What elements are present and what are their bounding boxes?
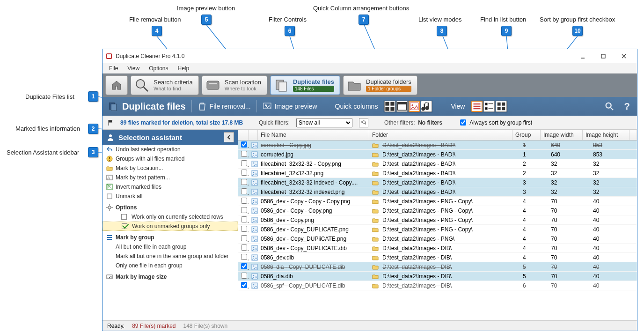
cell-folder: D:\test_data2\Images - DIB\ <box>369 282 520 289</box>
qc-grid-icon[interactable] <box>384 101 395 112</box>
cell-height: 40 <box>590 273 637 280</box>
col-folder[interactable]: Folder <box>369 130 512 140</box>
table-row[interactable]: 0586_dev - Copy_DUPLICATE.pngD:\test_dat… <box>238 225 637 234</box>
table-row[interactable]: corrupted - Copy.jpgD:\test_data2\Images… <box>238 141 637 150</box>
flag-icon <box>107 119 114 126</box>
row-checkbox[interactable] <box>241 235 247 241</box>
cell-folder: D:\test_data2\Images - BAD!\ <box>369 189 520 195</box>
row-checkbox[interactable] <box>241 282 247 288</box>
view-list-icon[interactable] <box>471 101 483 112</box>
col-group[interactable]: Group <box>512 130 541 140</box>
view-tiles-icon[interactable] <box>496 101 507 112</box>
row-checkbox[interactable] <box>241 151 247 157</box>
row-checkbox[interactable] <box>241 179 247 185</box>
svg-rect-37 <box>485 103 487 105</box>
table-row[interactable]: 0586_dev - Copy_DUPiiCATE.pngD:\test_dat… <box>238 234 637 244</box>
imgsize-icon <box>106 274 113 280</box>
help-button[interactable]: ? <box>622 101 632 111</box>
table-body[interactable]: corrupted - Copy.jpgD:\test_data2\Images… <box>238 141 637 320</box>
home-button[interactable] <box>105 75 128 95</box>
refresh-filter-button[interactable] <box>359 118 368 127</box>
qc-image-icon[interactable] <box>409 101 420 112</box>
svg-rect-44 <box>502 107 505 110</box>
table-row[interactable]: filecabinet_32x32-32 indexed.pngD:\test_… <box>238 187 637 197</box>
row-checkbox[interactable] <box>241 244 247 251</box>
collapse-sidebar-button[interactable] <box>224 132 234 142</box>
row-checkbox[interactable] <box>241 160 247 166</box>
nav-badge-green: 148 Files <box>293 86 334 92</box>
table-row[interactable]: 0586_dev - Copy_DUPLICATE.dibD:\test_dat… <box>238 244 637 253</box>
sidebar-item[interactable]: Unmark all <box>102 192 238 201</box>
table-row[interactable]: filecabinet_32x32-32.pngD:\test_data2\Im… <box>238 169 637 178</box>
row-checkbox[interactable] <box>241 226 247 232</box>
menu-file[interactable]: File <box>105 64 122 73</box>
menu-help[interactable]: Help <box>174 64 193 73</box>
sort-by-group-checkbox[interactable]: Always sort by group first <box>458 118 532 127</box>
table-row[interactable]: filecabinet_32x32-32 indexed - Copy....D… <box>238 178 637 187</box>
table-row[interactable]: 0586_dev - Copy - Copy.pngD:\test_data2\… <box>238 206 637 215</box>
sidebar-item[interactable]: Mark all but one in the same group and f… <box>102 252 238 261</box>
col-file-name[interactable]: File Name <box>258 130 369 140</box>
row-checkbox[interactable] <box>241 207 247 213</box>
image-preview-button[interactable]: Image preview <box>263 102 317 111</box>
files-icon <box>107 101 118 112</box>
image-file-icon <box>251 236 258 242</box>
sidebar-item[interactable]: AMark by text pattern... <box>102 173 238 182</box>
row-checkbox[interactable] <box>241 198 247 204</box>
svg-rect-55 <box>107 194 112 199</box>
top-navigation: Search criteria What to find Scan locati… <box>102 74 637 97</box>
view-detail-icon[interactable] <box>483 101 495 112</box>
qc-window-icon[interactable] <box>396 101 408 112</box>
sidebar-item[interactable]: Undo last select operation <box>102 145 238 154</box>
row-checkbox[interactable] <box>241 254 247 260</box>
blue-heading: Duplicate files <box>107 101 186 112</box>
cell-group: 4 <box>520 217 548 223</box>
table-row[interactable]: filecabinet_32x32-32 - Copy.pngD:\test_d… <box>238 159 637 169</box>
sidebar-item[interactable]: Work on unmarked groups only <box>102 222 238 231</box>
sidebar-item-label: Work on unmarked groups only <box>132 223 210 229</box>
col-image-height[interactable]: Image height <box>583 130 629 140</box>
table-row[interactable]: 0586_dia.dibD:\test_data2\Images - DIB\5… <box>238 272 637 281</box>
sidebar-item[interactable]: Mark by Location... <box>102 163 238 173</box>
menu-view[interactable]: View <box>124 64 143 73</box>
row-checkbox[interactable] <box>241 216 247 222</box>
sidebar-item[interactable]: Invert marked files <box>102 182 238 192</box>
sidebar-item[interactable]: Groups with all files marked <box>102 154 238 163</box>
table-row[interactable]: corrupted.jpgD:\test_data2\Images - BAD!… <box>238 150 637 159</box>
annotation-num-6: 6 <box>285 26 295 36</box>
quick-filters-select[interactable]: Show all <box>296 118 352 127</box>
cell-group: 4 <box>520 207 548 214</box>
image-file-icon <box>251 151 258 158</box>
row-checkbox[interactable] <box>241 141 247 148</box>
sidebar-item[interactable]: Work only on currently selected rows <box>102 212 238 222</box>
nav-duplicate-files[interactable]: Duplicate files 148 Files <box>270 75 340 95</box>
maximize-button[interactable] <box>593 51 614 62</box>
table-row[interactable]: 0586_dia - Copy_DUPLICATE.dibD:\test_dat… <box>238 262 637 272</box>
duplicate-files-table: File Name Folder Group Image width Image… <box>238 130 637 320</box>
app-window: Duplicate Cleaner Pro 4.1.0 File View Op… <box>102 49 637 331</box>
table-row[interactable]: 0586_dev.dibD:\test_data2\Images - DIB\4… <box>238 253 637 262</box>
table-row[interactable]: 0586_spf - Copy_DUPLICATE.dibD:\test_dat… <box>238 281 637 290</box>
close-button[interactable] <box>614 51 634 62</box>
sidebar-item[interactable]: Only one file in each group <box>102 261 238 270</box>
table-row[interactable]: 0586_dev - Copy.pngD:\test_data2\Images … <box>238 215 637 225</box>
row-checkbox[interactable] <box>241 188 247 194</box>
nav-scan-location[interactable]: Scan location Where to look <box>202 75 267 95</box>
find-button[interactable] <box>604 101 615 111</box>
table-row[interactable]: 0586_dev - Copy - Copy - Copy.pngD:\test… <box>238 197 637 206</box>
file-removal-button[interactable]: File removal... <box>198 102 251 111</box>
menu-options[interactable]: Options <box>145 64 172 73</box>
nav-search-criteria[interactable]: Search criteria What to find <box>131 75 199 95</box>
files-icon <box>273 77 289 93</box>
col-image-width[interactable]: Image width <box>541 130 583 140</box>
marked-files-info: 89 files marked for deletion, total size… <box>120 119 243 126</box>
nav-duplicate-folders[interactable]: Duplicate folders 1 Folder groups <box>343 75 417 95</box>
row-checkbox[interactable] <box>241 273 247 279</box>
image-file-icon <box>251 142 258 148</box>
qc-audio-icon[interactable] <box>421 101 432 112</box>
row-checkbox[interactable] <box>241 170 247 176</box>
minimize-button[interactable] <box>572 51 593 62</box>
row-checkbox[interactable] <box>241 263 247 269</box>
sidebar-item[interactable]: All but one file in each group <box>102 242 238 252</box>
cell-folder: D:\test_data2\Images - BAD!\ <box>369 161 520 167</box>
